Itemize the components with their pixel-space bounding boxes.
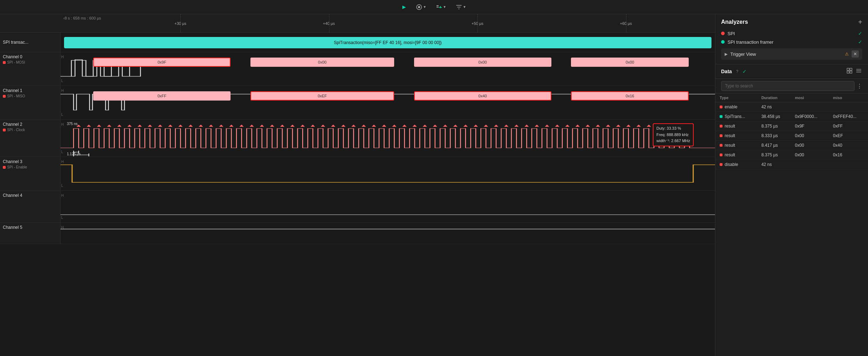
channel-sub-d1: SPI - MISO [3,94,57,98]
table-row[interactable]: result 8.375 µs 0x9F 0xFF [715,122,868,131]
spi-check-icon: ✓ [858,31,862,36]
spi-transaction-text: SpiTransaction(miso=[FF EF 40 16], mosi=… [334,40,441,45]
channel-label-d3: Channel 3 SPI - Enable [0,157,60,190]
d0-bar-1[interactable]: 0x00 [250,58,395,67]
table-view-button[interactable] [846,67,853,76]
d4-waveform [60,191,715,222]
trigger-button[interactable]: ▾ [413,2,429,12]
mosi-label: SPI - MOSI [7,60,25,64]
svg-marker-30 [321,125,325,127]
cell-duration-2: 8.375 µs [757,122,790,131]
svg-marker-15 [168,125,173,127]
data-title: Data [721,69,732,74]
svg-marker-45 [473,125,478,127]
channel-label-d1: Channel 1 SPI - MISO [0,86,60,119]
toolbar: ▶ ▾ ▾ ▾ [0,0,868,14]
svg-marker-10 [117,125,121,127]
channel-name-h0: SPI transac... [3,40,57,45]
waveform-panel: ‹8 s : 658 ms : 600 µs +30 µs +40 µs +50… [0,14,715,356]
d1-bar-2[interactable]: 0x40 [414,91,551,101]
right-panel: Analyzers + SPI ✓ SPI transaction framer… [715,14,868,356]
svg-rect-75 [847,68,849,70]
channel-content-d0[interactable]: H L 0x9F 0x00 0x00 0x00 [60,52,715,86]
cell-duration-5: 8.375 µs [757,150,790,160]
analyzers-section: Analyzers + SPI ✓ SPI transaction framer… [715,14,868,64]
clock-label: SPI - Clock [7,128,25,132]
d0-bar-0[interactable]: 0x9F [93,58,231,67]
channel-content-h0[interactable]: SpiTransaction(miso=[FF EF 40 16], mosi=… [60,33,715,52]
miso-dot [3,95,6,98]
svg-marker-34 [361,125,366,127]
cell-type-6: disable [715,160,757,169]
table-row[interactable]: disable 42 ns [715,160,868,169]
svg-marker-13 [148,125,152,127]
miso-label: SPI - MISO [7,94,25,98]
svg-marker-22 [239,125,244,127]
d0-bar-2[interactable]: 0x00 [414,58,551,67]
svg-marker-58 [606,125,610,127]
trigger-expand-icon: ▶ [725,52,727,56]
type-dot-4 [720,144,723,147]
cell-type-2: result [715,122,757,131]
channel-content-d2[interactable]: H L [60,120,715,157]
enable-label: SPI - Enable [7,165,27,169]
clock-width: width⁻¹: 2.667 MHz [656,138,690,144]
svg-marker-52 [545,125,549,127]
list-view-button[interactable] [855,67,862,76]
svg-marker-31 [331,125,335,127]
channel-label-d4: Channel 4 [0,191,60,222]
svg-marker-41 [433,125,437,127]
svg-marker-56 [586,125,590,127]
channel-content-d1[interactable]: H L 0xFF 0xEF 0x40 0x16 [60,86,715,119]
svg-rect-3 [436,7,439,7]
svg-marker-12 [138,125,142,127]
search-input[interactable] [721,81,854,91]
channel-content-d5[interactable]: H [60,223,715,244]
svg-marker-36 [382,125,386,127]
data-check-icon: ✓ [742,69,747,74]
spi-framer-label: SPI transaction framer [727,39,855,45]
cell-type-1: SpiTrans... [715,112,757,122]
analyzer-item-spi[interactable]: SPI ✓ [721,29,862,38]
table-row[interactable]: enable 42 ns [715,102,868,112]
type-dot-0 [720,106,723,108]
analyzer-item-spi-framer[interactable]: SPI transaction framer ✓ [721,38,862,46]
d1-bar-3[interactable]: 0x16 [571,91,689,101]
svg-rect-76 [850,68,852,70]
cell-miso-6 [829,160,868,169]
channel-content-d3[interactable]: H L [60,157,715,190]
type-dot-5 [720,153,723,156]
play-button[interactable]: ▶ [399,3,409,11]
trigger-view-label: Trigger View [730,52,842,57]
spi-analyzer-label: SPI [727,31,855,36]
add-analyzer-button[interactable]: + [858,18,862,26]
spi-transaction-bar[interactable]: SpiTransaction(miso=[FF EF 40 16], mosi=… [64,37,711,48]
d0-bar-3[interactable]: 0x00 [571,58,689,67]
svg-marker-59 [616,125,620,127]
add-channel-button[interactable]: ▾ [433,2,449,12]
cell-miso-4: 0x40 [829,141,868,150]
cell-type-0: enable [715,102,757,112]
d1-bar-1[interactable]: 0xEF [250,91,395,101]
channel-content-d4[interactable]: H L [60,191,715,222]
table-row[interactable]: result 8.375 µs 0x00 0x16 [715,150,868,160]
svg-marker-27 [290,125,295,127]
cell-miso-0 [829,102,868,112]
cell-mosi-0 [791,102,829,112]
cell-duration-4: 8.417 µs [757,141,790,150]
table-row[interactable]: result 8.417 µs 0x00 0x40 [715,141,868,150]
search-more-button[interactable]: ⋮ [857,83,862,90]
type-dot-3 [720,134,723,137]
table-row[interactable]: SpiTrans... 38.458 µs 0x9F0000... 0xFFEF… [715,112,868,122]
clock-dot [3,129,6,131]
trigger-view[interactable]: ▶ Trigger View ⚠ ✕ [721,48,862,60]
channel-label-h0: SPI transac... [0,33,60,52]
close-trigger-button[interactable]: ✕ [852,50,859,58]
svg-marker-25 [270,125,274,127]
svg-marker-14 [158,125,162,127]
svg-marker-23 [250,125,254,127]
d1-bar-0[interactable]: 0xFF [93,91,231,101]
channel-row-d1: Channel 1 SPI - MISO H L 0xFF 0xEF 0x40 [0,86,715,120]
filter-button[interactable]: ▾ [453,2,469,12]
table-row[interactable]: result 8.333 µs 0x00 0xEF [715,131,868,141]
